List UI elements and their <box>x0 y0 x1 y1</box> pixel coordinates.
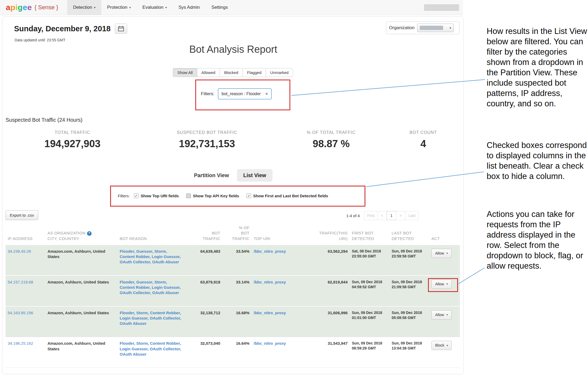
data-updated-text: Data updated until: 23:55 GMT <box>15 38 65 42</box>
ip-link[interactable]: 54.157.219.68 <box>8 280 33 284</box>
nav-item-label: Protection <box>107 5 128 10</box>
export-csv-button[interactable]: Export to .csv <box>6 210 38 220</box>
col-header-bot-reason: BOT REASON <box>118 222 184 245</box>
nav-item-evaluation[interactable]: Evaluation ▾ <box>137 0 173 15</box>
bot-list-table: IP ADDRESS AS ORGANIZATION ?, CITY, COUN… <box>6 222 460 368</box>
filter-tag-text: bot_reason : Flooder <box>222 91 261 96</box>
action-dropdown[interactable]: Allow▾ <box>431 310 452 320</box>
traffic-this-uri-cell: 62,819,844 <box>305 276 350 306</box>
action-label: Allow <box>435 282 444 287</box>
traffic-this-uri-cell: 31,606,996 <box>305 306 350 337</box>
help-icon[interactable]: ? <box>87 231 92 236</box>
pagination-prev-button[interactable]: < <box>377 211 387 220</box>
organization-value-redacted <box>420 26 443 30</box>
chevron-down-icon: ▾ <box>165 6 167 9</box>
last-bot-detected-cell: Sun, 09 Dec 2018 05:09:58 GMT <box>390 306 429 337</box>
pagination-page-1-button[interactable]: 1 <box>387 211 396 220</box>
checkbox-icon[interactable] <box>186 194 191 198</box>
tab-flagged[interactable]: Flagged <box>243 68 266 77</box>
pagination-first-button[interactable]: First <box>364 211 378 220</box>
checkbox-show-top-uri[interactable]: Show Top URI fields <box>134 194 179 198</box>
sense-logo-suffix: { Sense } <box>34 4 58 11</box>
checkbox-show-first-last-detected[interactable]: Show First and Last Bot Detected fields <box>247 194 328 198</box>
chevron-down-icon: ▾ <box>450 26 451 30</box>
table-row: 34.196.25.162 Amazon.com, Ashburn, Unite… <box>6 337 460 368</box>
top-uri-link[interactable]: /bbc_nitro_proxy <box>254 249 286 254</box>
checkbox-label: Show Top API Key fields <box>193 194 239 198</box>
bot-reason-links[interactable]: Flooder, Guessor, Storm, Content Robber,… <box>120 249 181 264</box>
filters-row: Filters: bot_reason : Flooder ✕ <box>201 88 272 99</box>
tab-unmarked[interactable]: Unmarked <box>266 68 293 77</box>
chevron-down-icon: ▾ <box>446 251 448 255</box>
calendar-button[interactable] <box>115 24 127 34</box>
tab-blocked[interactable]: Blocked <box>220 68 243 77</box>
partition-view-tab[interactable]: Partition View <box>194 172 229 178</box>
nav-item-detection[interactable]: Detection ▾ <box>67 0 101 15</box>
first-bot-detected-cell: Sat, 08 Dec 2018 23:55:00 GMT <box>350 245 390 276</box>
pagination-buttons: First < 1 > Last <box>364 211 419 220</box>
stat-bot-count: BOT COUNT 4 <box>410 130 437 150</box>
top-nav: a p i g e e { Sense } Detection ▾ Protec… <box>0 0 463 15</box>
chevron-down-icon: ▾ <box>446 282 448 286</box>
table-header-row: IP ADDRESS AS ORGANIZATION ?, CITY, COUN… <box>6 222 460 245</box>
logo-letter: e <box>27 3 32 12</box>
col-header-bot-traffic: BOT TRAFFIC <box>184 222 222 245</box>
list-view-tab[interactable]: List View <box>237 169 273 182</box>
nav-item-protection[interactable]: Protection ▾ <box>101 0 137 15</box>
nav-item-settings[interactable]: Settings <box>206 0 234 15</box>
bot-reason-links[interactable]: Flooder, Storm, Content Robber, Login Gu… <box>120 341 181 356</box>
action-dropdown[interactable]: Allow▾ <box>431 249 452 258</box>
stat-label: BOT COUNT <box>410 130 437 135</box>
bot-reason-links[interactable]: Flooder, Guessor, Storm, Content Robber,… <box>120 280 181 295</box>
top-uri-link[interactable]: /bbc_nitro_proxy <box>254 341 286 346</box>
pagination-last-button[interactable]: Last <box>405 211 418 220</box>
chevron-down-icon: ▾ <box>129 6 131 9</box>
pagination-next-button[interactable]: > <box>396 211 405 220</box>
apigee-logo: a p i g e e <box>6 3 32 12</box>
bot-reason-links[interactable]: Flooder, Storm, Content Robber, Login Gu… <box>120 311 181 326</box>
filter-tag-bot-reason[interactable]: bot_reason : Flooder ✕ <box>218 88 272 99</box>
stat-pct-total-traffic: % OF TOTAL TRAFFIC 98.87 % <box>307 130 356 150</box>
tab-show-all[interactable]: Show All <box>173 68 197 77</box>
checkbox-show-top-api-key[interactable]: Show Top API Key fields <box>186 194 239 198</box>
nav-item-label: Evaluation <box>142 5 163 10</box>
col-header-top-uri: TOP URI <box>252 222 305 245</box>
table-row: 54.163.85.156 Amazon, Ashburn, United St… <box>6 306 460 337</box>
remove-filter-icon[interactable]: ✕ <box>265 92 268 96</box>
top-uri-link[interactable]: /bbc_nitro_proxy <box>254 311 286 315</box>
col-header-first-bot-detected: FIRST BOT DETECTED <box>350 222 390 245</box>
stat-label: TOTAL TRAFFIC <box>44 130 100 135</box>
traffic-this-uri-cell: 63,562,294 <box>305 245 350 276</box>
ip-link[interactable]: 34.239.45.28 <box>8 249 31 254</box>
col-header-text: AS ORGANIZATION <box>47 231 85 235</box>
tab-allowed[interactable]: Allowed <box>197 68 220 77</box>
page-title: Bot Analysis Report <box>2 44 464 55</box>
pagination: 1-4 of 4 First < 1 > Last <box>346 211 419 220</box>
user-email-redacted <box>424 4 459 11</box>
annotation-checkbox-note: Checked boxes correspond to displayed co… <box>487 140 588 181</box>
ip-link[interactable]: 34.196.25.162 <box>8 341 33 346</box>
col-header-last-bot-detected: LAST BOT DETECTED <box>390 222 429 245</box>
organization-dropdown[interactable]: ▾ <box>417 24 454 32</box>
checkbox-label: Show First and Last Bot Detected fields <box>253 194 328 198</box>
view-toggle: Partition View List View <box>2 169 464 182</box>
checkbox-icon[interactable] <box>247 194 251 198</box>
checkbox-icon[interactable] <box>134 194 139 198</box>
chevron-down-icon: ▾ <box>446 313 448 317</box>
stat-total-traffic: TOTAL TRAFFIC 194,927,903 <box>44 130 100 150</box>
calendar-icon <box>118 26 124 31</box>
nav-item-label: Sys Admin <box>179 5 200 10</box>
action-dropdown[interactable]: Block▾ <box>431 341 452 350</box>
action-dropdown[interactable]: Allow▾ <box>431 279 452 289</box>
top-uri-link[interactable]: /bbc_nitro_proxy <box>254 280 286 284</box>
annotation-filter-note: How results in the List View below are f… <box>487 26 588 109</box>
stat-label: SUSPECTED BOT TRAFFIC <box>177 130 237 135</box>
filters-label: Filters: <box>201 91 214 97</box>
logo-letter: e <box>23 3 27 12</box>
ip-link[interactable]: 54.163.85.156 <box>8 311 33 315</box>
nav-item-sys-admin[interactable]: Sys Admin <box>173 0 206 15</box>
pct-bot-traffic-cell: 33.54% <box>222 245 252 276</box>
bot-traffic-cell: 64,639,483 <box>184 245 222 276</box>
logo-letter: a <box>6 3 10 12</box>
first-bot-detected-cell: Sun, 09 Dec 2018 01:01:00 GMT <box>350 306 390 337</box>
